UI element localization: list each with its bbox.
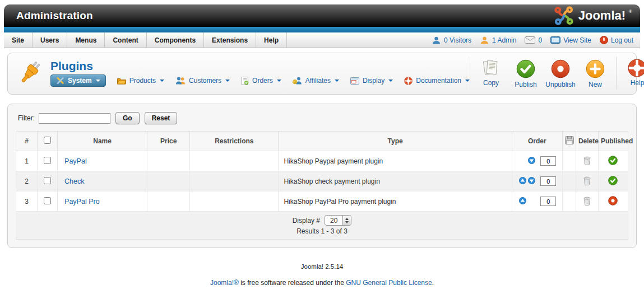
order-cell [512,151,562,171]
row-number: 3 [16,191,38,212]
col-name[interactable]: Name [58,132,147,151]
move-down-button[interactable] [528,178,535,186]
chevron-down-icon [96,80,100,82]
unpublished-icon [608,196,618,205]
status-mail[interactable]: 0 [525,36,542,44]
toolbar-unpublish-button[interactable]: Unpublish [544,58,577,88]
delete-button[interactable] [583,179,591,187]
order-cell [512,171,562,191]
menubar-item-site[interactable]: Site [4,32,33,48]
menubar-item-users[interactable]: Users [33,32,67,48]
joomla-logo-icon [553,5,575,26]
menu-documentation[interactable]: Documentation [404,77,470,85]
menu-display[interactable]: Display [350,77,393,85]
chevron-down-icon [465,80,470,82]
status-label: 0 Visitors [444,36,471,44]
col-order[interactable]: Order [512,132,562,151]
menubar-item-menus[interactable]: Menus [67,32,105,48]
col-save-order [562,132,576,151]
order-cell [512,191,562,212]
menu-customers[interactable]: Customers [175,77,230,85]
row-checkbox[interactable] [44,197,51,204]
row-checkbox-cell [38,171,58,191]
viewsite-icon [550,36,560,44]
joomla-link[interactable]: Joomla!® [210,279,239,287]
col-restrictions[interactable]: Restrictions [190,132,279,151]
joomla-logo-text: Joomla! [578,8,626,23]
order-input[interactable] [540,156,556,166]
toolbar-copy-button[interactable]: Copy [475,58,507,88]
row-checkbox[interactable] [44,157,51,164]
col-price[interactable]: Price [147,132,190,151]
col-checkbox [38,132,58,151]
delete-button[interactable] [583,199,591,207]
row-checkbox-cell [38,151,58,171]
menubar-item-extensions[interactable]: Extensions [204,32,256,48]
filter-input[interactable] [39,113,110,124]
price-cell [147,191,190,212]
filter-label: Filter: [18,114,35,122]
order-input[interactable] [540,197,556,206]
filter-go-button[interactable]: Go [115,112,140,124]
plugin-type: HikaShop Paypal payment plugin [279,151,512,171]
component-title: Plugins [50,59,470,73]
status-label: View Site [563,36,591,44]
filter-reset-button[interactable]: Reset [145,112,178,124]
chevron-down-icon [388,80,393,82]
delete-cell [576,171,598,191]
display-count-label: Display # [293,217,320,225]
menu-products[interactable]: Products [117,77,164,85]
row-number: 1 [16,151,38,171]
delete-button[interactable] [583,159,591,167]
toolbar-publish-button[interactable]: Publish [509,58,542,88]
status-visitors[interactable]: 0 Visitors [432,36,471,44]
move-up-button[interactable] [519,178,526,186]
help-icon [628,59,644,77]
plugin-name-link[interactable]: PayPal Pro [64,198,100,205]
logout-icon [600,36,608,44]
license-text: is free software released under the [239,279,346,287]
orders-icon [241,77,249,85]
joomla-logo: Joomla! ® [553,5,632,26]
move-up-button[interactable] [519,198,526,206]
order-input[interactable] [540,176,556,186]
menubar-item-help[interactable]: Help [256,32,287,48]
display-count-select[interactable]: 20 [325,215,351,226]
menubar-item-content[interactable]: Content [105,32,146,48]
col-type[interactable]: Type [279,132,512,151]
restrictions-cell [190,191,279,212]
menu-orders[interactable]: Orders [241,77,281,85]
published-toggle[interactable] [608,179,618,187]
toolbar-button-label: Copy [483,79,499,87]
status-logout[interactable]: Log out [600,36,633,44]
save-order-button[interactable] [565,138,574,146]
display-count-value: 20 [325,216,342,225]
menubar-item-components[interactable]: Components [147,32,204,48]
status-label: Log out [611,36,633,44]
status-admin[interactable]: 1 Admin [480,36,516,44]
toolbar-new-button[interactable]: New [579,58,611,88]
unpublished-toggle[interactable] [608,199,618,207]
menu-affiliates[interactable]: Affiliates [293,77,339,85]
select-all-checkbox[interactable] [44,137,51,144]
plugin-name-link[interactable]: PayPal [64,157,87,165]
gpl-link[interactable]: GNU General Public License [346,279,432,287]
published-toggle[interactable] [608,159,618,167]
row-checkbox[interactable] [44,177,51,184]
main-menubar: SiteUsersMenusContentComponentsExtension… [4,32,640,48]
chevron-down-icon [335,80,339,82]
up-arrow-icon [519,197,526,204]
menu-label: System [68,77,92,85]
col-published[interactable]: Published [598,132,628,151]
status-viewsite[interactable]: View Site [550,36,591,44]
visitors-icon [432,36,441,44]
menu-label: Affiliates [305,77,331,85]
menu-system[interactable]: System [50,74,106,87]
move-down-button[interactable] [528,158,535,166]
plugin-name-link[interactable]: Check [64,177,84,185]
customers-icon [175,77,186,85]
title-block: Plugins SystemProductsCustomersOrdersAff… [50,59,470,87]
name-cell: PayPal [58,151,147,171]
toolbar-help-button[interactable]: Help [621,58,644,88]
published-cell [598,151,628,171]
